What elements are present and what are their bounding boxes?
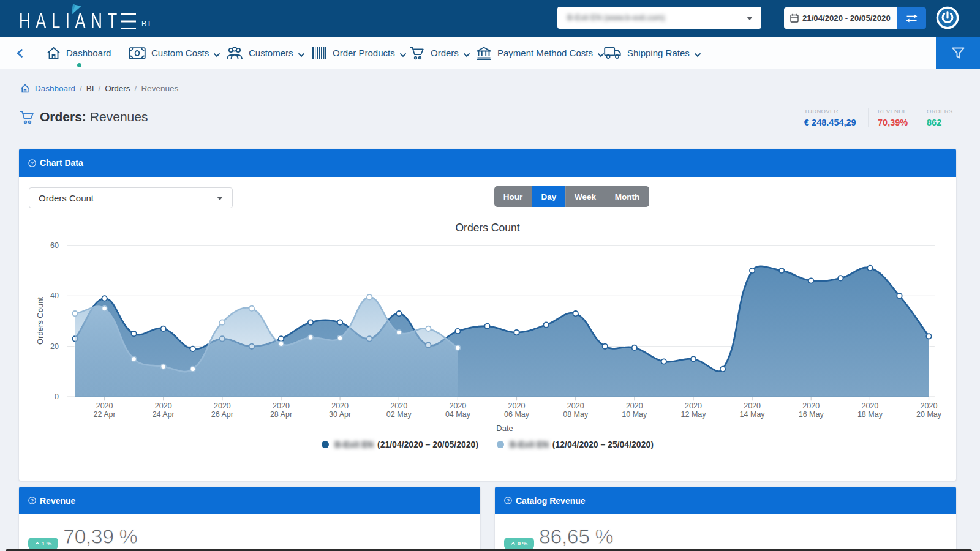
svg-text:2020: 2020 [744, 402, 761, 410]
svg-text:12 May: 12 May [681, 410, 707, 419]
svg-text:24 Apr: 24 Apr [153, 410, 175, 419]
svg-text:04 May: 04 May [445, 410, 471, 419]
svg-text:08 May: 08 May [563, 410, 589, 419]
svg-text:06 May: 06 May [504, 410, 530, 419]
svg-text:2020: 2020 [214, 402, 231, 410]
svg-text:2020: 2020 [921, 402, 938, 410]
svg-text:2020: 2020 [626, 402, 643, 410]
svg-text:2020: 2020 [685, 402, 702, 410]
svg-text:2020: 2020 [508, 402, 526, 410]
svg-text:Date: Date [496, 424, 513, 433]
svg-text:?: ? [507, 498, 510, 504]
svg-text:10 May: 10 May [622, 410, 647, 419]
svg-text:16 May: 16 May [799, 410, 824, 419]
svg-text:2020: 2020 [331, 402, 349, 410]
svg-text:2020: 2020 [390, 402, 407, 410]
svg-text:14 May: 14 May [740, 410, 766, 419]
svg-text:20 May: 20 May [916, 410, 942, 419]
svg-text:20: 20 [50, 342, 59, 351]
svg-text:22 Apr: 22 Apr [94, 410, 116, 419]
svg-text:2020: 2020 [567, 402, 584, 410]
svg-text:18 May: 18 May [858, 410, 883, 419]
svg-text:28 Apr: 28 Apr [270, 410, 292, 419]
svg-text:0: 0 [55, 392, 59, 401]
svg-text:Orders Count: Orders Count [36, 297, 45, 345]
svg-text:2020: 2020 [802, 402, 820, 410]
svg-text:2020: 2020 [155, 402, 172, 410]
svg-text:2020: 2020 [96, 402, 113, 410]
svg-text:26 Apr: 26 Apr [211, 410, 233, 419]
svg-text:?: ? [31, 498, 34, 504]
svg-text:2020: 2020 [273, 402, 290, 410]
svg-text:Orders Count: Orders Count [455, 222, 519, 234]
svg-text:60: 60 [50, 241, 59, 250]
svg-text:02 May: 02 May [386, 410, 412, 419]
svg-text:2020: 2020 [861, 402, 878, 410]
svg-text:30 Apr: 30 Apr [329, 410, 351, 419]
svg-text:2020: 2020 [449, 402, 466, 410]
svg-text:40: 40 [50, 291, 59, 300]
